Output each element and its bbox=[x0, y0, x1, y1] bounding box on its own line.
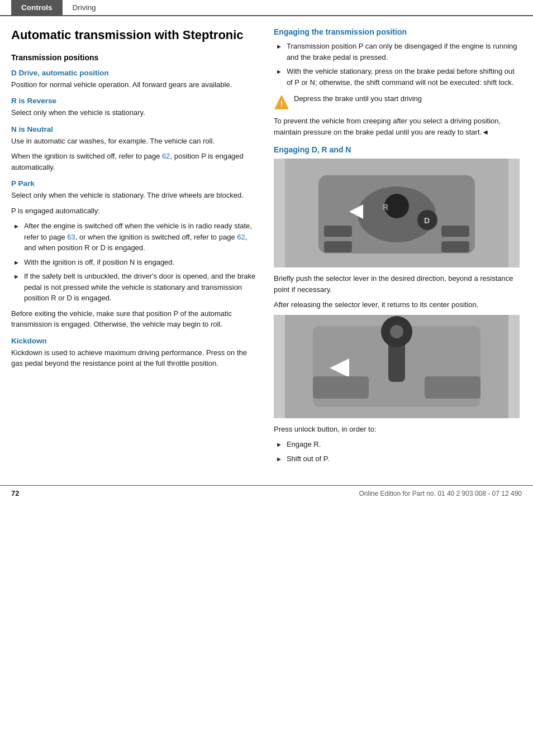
link-page-62-park[interactable]: 62 bbox=[237, 233, 245, 241]
page-title: Automatic transmission with Steptronic bbox=[11, 27, 257, 43]
svg-text:!: ! bbox=[280, 99, 283, 108]
footer: 72 Online Edition for Part no. 01 40 2 9… bbox=[0, 485, 533, 501]
bullet-arrow-icon: ► bbox=[276, 440, 282, 449]
text-kickdown: Kickdown is used to achieve maximum driv… bbox=[11, 347, 257, 369]
header-nav: Controls Driving bbox=[0, 0, 533, 16]
text-p-park-1: Select only when the vehicle is stationa… bbox=[11, 190, 257, 201]
text-n-neutral-1: Use in automatic car washes, for example… bbox=[11, 136, 257, 147]
subheading-r-reverse: R is Reverse bbox=[11, 97, 257, 105]
heading-engaging-drn: Engaging D, R and N bbox=[274, 145, 520, 154]
section-heading-transmission-positions: Transmission positions bbox=[11, 53, 257, 62]
tab-controls[interactable]: Controls bbox=[11, 0, 63, 15]
bullet-arrow-icon: ► bbox=[276, 67, 282, 76]
link-page-62-neutral[interactable]: 62 bbox=[162, 152, 170, 160]
footer-page-number: 72 bbox=[11, 489, 19, 497]
text-r-reverse: Select only when the vehicle is stationa… bbox=[11, 107, 257, 118]
subheading-kickdown: Kickdown bbox=[11, 337, 257, 345]
svg-text:R: R bbox=[383, 203, 388, 212]
warning-text: Depress the brake until you start drivin… bbox=[294, 93, 422, 104]
subheading-p-park: P Park bbox=[11, 179, 257, 188]
right-column: Engaging the transmission position ► Tra… bbox=[274, 27, 520, 468]
bullet-transmission-2: With the vehicle stationary, press on th… bbox=[287, 66, 520, 88]
list-item: ► Transmission position P can only be di… bbox=[274, 41, 520, 63]
svg-point-21 bbox=[390, 325, 403, 338]
link-page-63[interactable]: 63 bbox=[67, 233, 75, 241]
bullet-transmission-1: Transmission position P can only be dise… bbox=[287, 41, 520, 63]
subheading-n-neutral: N is Neutral bbox=[11, 125, 257, 133]
heading-engaging-transmission: Engaging the transmission position bbox=[274, 27, 520, 36]
svg-rect-13 bbox=[441, 241, 469, 252]
text-p-park-2: P is engaged automatically: bbox=[11, 205, 257, 217]
image-selector-lever-push: R D bbox=[274, 159, 520, 267]
bullet-arrow-icon: ► bbox=[13, 258, 20, 267]
bullet-arrow-icon: ► bbox=[13, 272, 20, 281]
left-column: Automatic transmission with Steptronic T… bbox=[11, 27, 257, 468]
svg-rect-11 bbox=[324, 241, 352, 252]
main-content: Automatic transmission with Steptronic T… bbox=[0, 16, 533, 480]
engaging-transmission-bullets: ► Transmission position P can only be di… bbox=[274, 41, 520, 88]
bullet-text-3: If the safety belt is unbuckled, the dri… bbox=[24, 271, 257, 304]
list-item: ► Engage R. bbox=[274, 439, 520, 450]
text-p-park-before-exit: Before exiting the vehicle, make sure th… bbox=[11, 308, 257, 330]
text-unlock-caption: Press unlock button, in order to: bbox=[274, 424, 520, 435]
svg-rect-19 bbox=[313, 376, 369, 399]
text-after-warning: To prevent the vehicle from creeping aft… bbox=[274, 116, 520, 137]
unlock-bullets: ► Engage R. ► Shift out of P. bbox=[274, 439, 520, 464]
bullet-shift-p: Shift out of P. bbox=[287, 453, 329, 465]
bullet-arrow-icon: ► bbox=[276, 454, 282, 464]
svg-rect-12 bbox=[441, 226, 469, 237]
text-d-drive: Position for normal vehicle operation. A… bbox=[11, 79, 257, 90]
text-selector-lever-caption1: Briefly push the selector lever in the d… bbox=[274, 273, 520, 295]
svg-rect-20 bbox=[425, 376, 480, 399]
list-item: ► Shift out of P. bbox=[274, 453, 520, 465]
bullet-engage-r: Engage R. bbox=[287, 439, 321, 450]
bullet-arrow-icon: ► bbox=[13, 222, 20, 231]
image-unlock-button bbox=[274, 315, 520, 418]
svg-text:D: D bbox=[424, 216, 430, 225]
list-item: ► If the safety belt is unbuckled, the d… bbox=[11, 271, 257, 304]
p-park-bullet-list: ► After the engine is switched off when … bbox=[11, 221, 257, 304]
tab-driving[interactable]: Driving bbox=[63, 0, 106, 15]
bullet-arrow-icon: ► bbox=[276, 42, 282, 51]
svg-rect-10 bbox=[324, 226, 352, 237]
text-n-neutral-2: When the ignition is switched off, refer… bbox=[11, 151, 257, 173]
list-item: ► With the ignition is off, if position … bbox=[11, 257, 257, 268]
warning-box: ! Depress the brake until you start driv… bbox=[274, 93, 520, 110]
text-selector-lever-caption2: After releasing the selector lever, it r… bbox=[274, 299, 520, 310]
list-item: ► With the vehicle stationary, press on … bbox=[274, 66, 520, 88]
bullet-text-1: After the engine is switched off when th… bbox=[24, 221, 257, 253]
warning-triangle-icon: ! bbox=[274, 94, 289, 110]
bullet-text-2: With the ignition is off, if position N … bbox=[24, 257, 174, 268]
list-item: ► After the engine is switched off when … bbox=[11, 221, 257, 253]
footer-copyright: Online Edition for Part no. 01 40 2 903 … bbox=[359, 490, 522, 497]
subheading-d-drive: D Drive, automatic position bbox=[11, 69, 257, 77]
